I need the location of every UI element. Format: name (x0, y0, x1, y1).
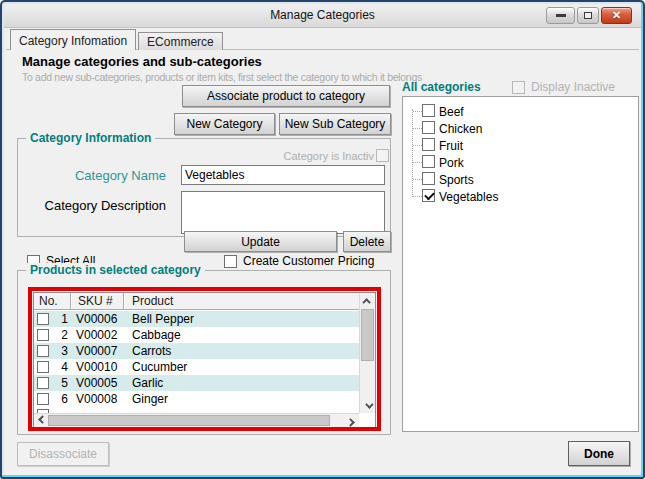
vertical-scrollbar[interactable] (359, 293, 375, 413)
table-row[interactable]: 1V00006Bell Pepper (34, 311, 359, 327)
column-header-no[interactable]: No. (34, 293, 71, 309)
row-product: Ginger (121, 392, 359, 406)
row-number: 1 (52, 312, 68, 326)
tree-item-label: Pork (439, 156, 464, 170)
scroll-down-button[interactable] (360, 398, 375, 413)
category-information-group: Category Information Category is Inactiv… (17, 138, 391, 237)
restore-icon (584, 12, 592, 19)
row-sku: V00005 (68, 376, 121, 390)
row-product: Bell Pepper (121, 312, 359, 326)
tree-item-checkbox[interactable] (422, 155, 435, 168)
close-icon: ✕ (612, 10, 621, 21)
category-name-label: Category Name (18, 168, 166, 183)
create-customer-pricing-label: Create Customer Pricing (243, 254, 374, 268)
all-categories-label: All categories (402, 80, 481, 94)
row-sku: V00010 (68, 360, 121, 374)
category-information-group-title: Category Information (26, 131, 155, 145)
close-button[interactable]: ✕ (601, 7, 632, 24)
delete-button[interactable]: Delete (343, 231, 391, 252)
tree-item-sports[interactable]: Sports (403, 171, 638, 188)
tree-item-label: Fruit (439, 139, 463, 153)
products-table-body: 1V00006Bell Pepper2V00002Cabbage3V00007C… (34, 311, 359, 414)
category-name-input[interactable] (181, 165, 385, 185)
row-checkbox[interactable] (37, 377, 49, 389)
associate-product-button[interactable]: Associate product to category (182, 85, 390, 107)
column-header-sku[interactable]: SKU # (71, 293, 124, 309)
create-customer-pricing-control: Create Customer Pricing (224, 254, 374, 268)
page-heading: Manage categories and sub-categories (22, 54, 262, 69)
tree-item-label: Sports (439, 173, 474, 187)
window-controls: ✕ (546, 7, 632, 24)
update-button[interactable]: Update (184, 231, 337, 252)
horizontal-scrollbar[interactable] (34, 413, 359, 427)
tree-item-checkbox[interactable] (422, 172, 435, 185)
scroll-up-button[interactable] (360, 293, 375, 308)
page-subheading: To add new sub-categories, products or i… (22, 71, 422, 83)
scroll-left-button[interactable] (34, 414, 48, 427)
chevron-down-icon (365, 400, 373, 408)
products-table: No. SKU # Product 1V00006Bell Pepper2V00… (33, 292, 376, 428)
title-bar[interactable]: Manage Categories ✕ (4, 4, 641, 28)
row-number: 5 (52, 376, 68, 390)
table-row[interactable]: 6V00008Ginger (34, 391, 359, 407)
category-description-input[interactable] (181, 191, 385, 234)
table-row[interactable]: 4V00010Cucumber (34, 359, 359, 375)
table-row[interactable]: 5V00005Garlic (34, 375, 359, 391)
all-categories-tree: BeefChickenFruitPorkSportsVegetables (402, 96, 639, 432)
row-product: Garlic (121, 376, 359, 390)
display-inactive-label: Display Inactive (531, 80, 615, 94)
tree-item-label: Beef (439, 105, 464, 119)
row-sku: V00008 (68, 392, 121, 406)
row-checkbox[interactable] (37, 361, 49, 373)
tree-item-vegetables[interactable]: Vegetables (403, 188, 638, 205)
display-inactive-checkbox (512, 81, 525, 94)
done-button[interactable]: Done (568, 441, 630, 466)
scroll-right-button[interactable] (345, 414, 359, 427)
row-product: Cucumber (121, 360, 359, 374)
table-row[interactable]: 2V00002Cabbage (34, 327, 359, 343)
row-number: 3 (52, 344, 68, 358)
tree-item-label: Chicken (439, 122, 482, 136)
row-checkbox[interactable] (37, 329, 49, 341)
row-number: 2 (52, 328, 68, 342)
tree-item-checkbox[interactable] (422, 189, 435, 202)
row-checkbox[interactable] (37, 393, 49, 405)
row-sku: V00006 (68, 312, 121, 326)
restore-button[interactable] (577, 7, 599, 24)
display-inactive-control: Display Inactive (512, 80, 615, 94)
chevron-up-icon (362, 298, 370, 306)
tab-ecommerce[interactable]: ECommerce (138, 32, 223, 50)
tree-item-fruit[interactable]: Fruit (403, 137, 638, 154)
row-number: 6 (52, 392, 68, 406)
row-product: Carrots (121, 344, 359, 358)
create-customer-pricing-checkbox[interactable] (224, 255, 237, 268)
tree-item-checkbox[interactable] (422, 121, 435, 134)
minimize-icon (556, 14, 566, 17)
tree-item-checkbox[interactable] (422, 104, 435, 117)
products-table-header: No. SKU # Product (34, 293, 359, 310)
horizontal-scroll-thumb[interactable] (48, 415, 330, 426)
tree-item-label: Vegetables (439, 190, 498, 204)
table-row[interactable]: 3V00007Carrots (34, 343, 359, 359)
tree-item-checkbox[interactable] (422, 138, 435, 151)
tab-strip: Category Infomation ECommerce (10, 29, 223, 50)
disassociate-button: Disassociate (17, 442, 109, 466)
tree-item-pork[interactable]: Pork (403, 154, 638, 171)
category-description-label: Category Description (18, 198, 166, 213)
chevron-right-icon (346, 418, 354, 426)
minimize-button[interactable] (546, 7, 575, 24)
row-number: 4 (52, 360, 68, 374)
row-checkbox[interactable] (37, 345, 49, 357)
tab-category-information[interactable]: Category Infomation (10, 29, 136, 50)
new-sub-category-button[interactable]: New Sub Category (279, 113, 391, 135)
row-checkbox[interactable] (37, 313, 49, 325)
row-sku: V00002 (68, 328, 121, 342)
column-header-product[interactable]: Product (124, 293, 359, 309)
chevron-left-icon (38, 415, 46, 423)
category-is-inactive-label: Category is Inactiv (284, 150, 374, 162)
new-category-button[interactable]: New Category (174, 113, 275, 135)
products-group-title: Products in selected category (26, 263, 205, 277)
tree-item-beef[interactable]: Beef (403, 103, 638, 120)
tree-item-chicken[interactable]: Chicken (403, 120, 638, 137)
vertical-scroll-thumb[interactable] (361, 309, 374, 361)
